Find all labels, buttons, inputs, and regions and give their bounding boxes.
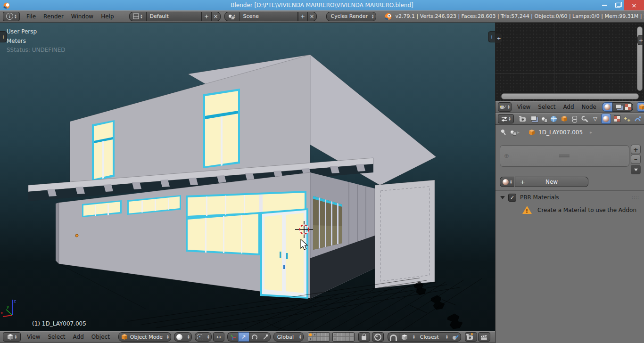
layer-cell[interactable] (346, 333, 350, 337)
node-properties-expand-button[interactable]: + (637, 35, 644, 45)
breadcrumb-scene-icon[interactable] (511, 131, 514, 134)
node-menu-node[interactable]: Node (578, 104, 600, 110)
pbr-enable-checkbox[interactable]: ✓ (508, 194, 516, 202)
breadcrumb-object-name[interactable]: 1D_LAY007.005 (538, 129, 583, 136)
layer-cell[interactable] (325, 337, 330, 341)
menu-object[interactable]: Object (88, 334, 114, 340)
material-slot-remove-button[interactable]: – (631, 155, 641, 164)
transform-orientation-dropdown[interactable]: Global (273, 332, 304, 342)
manipulator-toggle-button[interactable] (227, 332, 238, 342)
tab-texture[interactable] (612, 114, 621, 123)
material-slot-add-button[interactable]: + (631, 145, 641, 154)
panel-grip-icon[interactable]: :::: (632, 195, 639, 200)
lock-to-scene-toggle[interactable] (358, 332, 370, 342)
scene-add-button[interactable]: + (298, 12, 307, 21)
node-menu-add[interactable]: Add (559, 104, 578, 110)
tab-material[interactable] (601, 114, 611, 124)
layer-cell[interactable] (341, 337, 346, 341)
layer-cell-active[interactable] (308, 333, 313, 337)
layer-cell[interactable] (313, 333, 317, 337)
layer-cell[interactable] (341, 333, 346, 337)
viewport-3d[interactable]: z x y User Persp Meters SStatus: UNDEFIN… (0, 23, 495, 331)
layer-cell[interactable] (333, 333, 337, 337)
pbr-panel-header[interactable]: ✓ PBR Materials :::: (500, 192, 639, 203)
layer-cell[interactable] (350, 337, 354, 341)
snap-peel-object-button[interactable] (450, 332, 461, 342)
layers-widget[interactable] (308, 332, 355, 342)
layer-cell[interactable] (333, 337, 337, 341)
menu-help[interactable]: Help (97, 13, 117, 20)
tab-physics[interactable] (633, 114, 642, 123)
layer-cell[interactable] (317, 333, 321, 337)
snap-element-dropdown[interactable] (399, 332, 417, 342)
tab-render-layers[interactable] (528, 114, 537, 123)
layer-cell[interactable] (317, 337, 321, 341)
mode-dropdown[interactable]: Object Mode (118, 332, 171, 342)
layers-block-1[interactable] (308, 332, 330, 342)
pivot-point-dropdown[interactable] (195, 332, 212, 342)
menu-render[interactable]: Render (40, 13, 67, 20)
node-tree-type-material-button[interactable] (602, 102, 612, 112)
menu-file[interactable]: File (23, 13, 40, 20)
panel-collapse-triangle-icon[interactable] (500, 196, 505, 199)
editor-type-button-properties[interactable] (498, 114, 514, 123)
material-browse-dropdown[interactable] (500, 177, 514, 187)
node-shader-type-object-button[interactable] (637, 102, 644, 112)
tab-world[interactable] (549, 114, 558, 123)
toolshelf-expand-button[interactable]: + (0, 31, 7, 42)
tab-object[interactable] (560, 114, 569, 123)
tab-object-data[interactable]: ▽ (591, 114, 600, 123)
opengl-render-animation-button[interactable] (478, 332, 490, 342)
opengl-render-button[interactable] (465, 332, 477, 342)
title-bar[interactable]: Blender [D:\PTE\VIVIENDA MARRERO\VIVIEND… (0, 0, 644, 10)
layer-cell[interactable] (321, 337, 325, 341)
tab-particles[interactable] (623, 114, 632, 123)
layer-cell[interactable] (313, 337, 317, 341)
tab-render[interactable] (518, 114, 527, 123)
screen-layout-field[interactable]: Default (146, 12, 202, 21)
viewport-shading-dropdown[interactable] (174, 332, 192, 342)
menu-select[interactable]: Select (44, 334, 69, 340)
material-specials-button[interactable] (631, 165, 641, 174)
layer-cell[interactable] (337, 337, 341, 341)
scene-field[interactable]: Scene (239, 12, 298, 21)
layer-cell[interactable] (346, 337, 350, 341)
screen-layout-icon-button[interactable] (129, 12, 146, 21)
tab-constraints[interactable] (570, 114, 579, 123)
viewport-3d-canvas[interactable]: z x y (0, 23, 495, 331)
snap-target-dropdown[interactable]: Closest (417, 332, 450, 342)
scene-icon-button[interactable] (224, 12, 239, 21)
properties-shelf-expand-button[interactable]: + (488, 31, 495, 42)
node-tree-type-compositing-button[interactable] (612, 102, 623, 112)
screen-layout-delete-button[interactable]: × (211, 12, 221, 21)
editor-type-button-info[interactable]: i (3, 12, 20, 21)
screen-layout-add-button[interactable]: + (202, 12, 211, 21)
node-toolshelf-expand-button[interactable]: + (495, 33, 503, 43)
layer-cell[interactable] (308, 337, 313, 341)
pin-icon[interactable] (499, 127, 509, 137)
menu-view[interactable]: View (23, 334, 44, 340)
menu-add[interactable]: Add (69, 334, 88, 340)
manipulator-scale-button[interactable] (260, 332, 271, 342)
editor-type-button-node[interactable] (498, 102, 512, 112)
manipulator-translate-button[interactable]: ↗ (238, 332, 249, 342)
layer-cell[interactable] (321, 333, 325, 337)
new-material-button[interactable]: + New (515, 177, 588, 187)
layers-block-2[interactable] (332, 332, 355, 342)
node-hscrollbar[interactable] (501, 93, 639, 99)
layer-cell[interactable] (325, 333, 330, 337)
manipulator-rotate-button[interactable] (249, 332, 260, 342)
scene-delete-button[interactable]: × (307, 12, 317, 21)
render-engine-dropdown[interactable]: Cycles Render (326, 12, 376, 21)
tab-scene[interactable] (539, 114, 548, 123)
editor-type-button-3dview[interactable] (3, 332, 21, 342)
node-menu-view[interactable]: View (513, 104, 534, 110)
layer-cell[interactable] (337, 333, 341, 337)
tab-modifiers[interactable] (580, 114, 589, 123)
proportional-edit-dropdown[interactable] (372, 332, 384, 342)
node-tree-type-texture-button[interactable] (623, 102, 633, 112)
layer-cell[interactable] (350, 333, 354, 337)
material-slot-list[interactable]: ⊕ (500, 145, 629, 167)
menu-window[interactable]: Window (67, 13, 97, 20)
node-menu-select[interactable]: Select (534, 104, 559, 110)
